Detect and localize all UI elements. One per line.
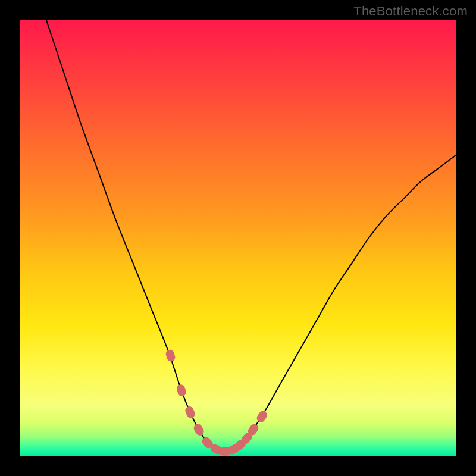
watermark-text: TheBottleneck.com — [353, 4, 468, 19]
gradient-background — [20, 20, 456, 456]
plot-area — [20, 20, 456, 456]
chart-frame: TheBottleneck.com — [0, 0, 476, 476]
plot-svg — [20, 20, 456, 456]
